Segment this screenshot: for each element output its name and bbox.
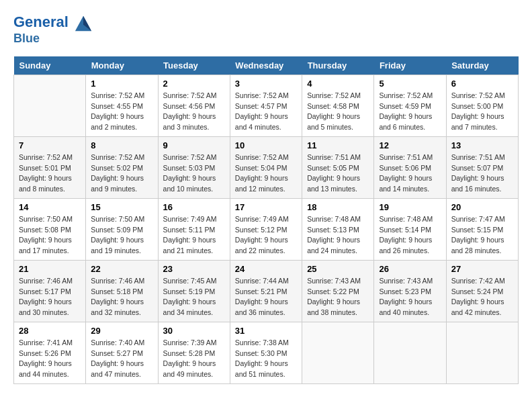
header-row: SundayMondayTuesdayWednesdayThursdayFrid… [14,56,519,75]
day-detail: Sunrise: 7:48 AMSunset: 5:14 PMDaylight:… [379,214,441,257]
calendar-cell: 7Sunrise: 7:52 AMSunset: 5:01 PMDaylight… [14,136,86,198]
day-number: 4 [307,79,369,89]
day-detail: Sunrise: 7:46 AMSunset: 5:18 PMDaylight:… [91,276,152,318]
day-number: 15 [91,202,152,212]
col-header-wednesday: Wednesday [230,56,302,75]
day-detail: Sunrise: 7:51 AMSunset: 5:07 PMDaylight:… [451,152,513,195]
calendar-cell: 18Sunrise: 7:48 AMSunset: 5:13 PMDayligh… [302,198,374,260]
day-number: 24 [235,264,297,274]
col-header-monday: Monday [86,56,158,75]
calendar-cell: 16Sunrise: 7:49 AMSunset: 5:11 PMDayligh… [158,198,230,260]
calendar-cell: 1Sunrise: 7:52 AMSunset: 4:55 PMDaylight… [86,75,158,136]
day-number: 21 [19,264,81,274]
calendar-cell: 25Sunrise: 7:43 AMSunset: 5:22 PMDayligh… [302,260,374,322]
col-header-thursday: Thursday [302,56,374,75]
day-number: 12 [379,140,441,150]
day-number: 23 [163,264,225,274]
day-number: 10 [235,140,297,150]
day-number: 6 [451,79,513,89]
calendar-cell: 21Sunrise: 7:46 AMSunset: 5:17 PMDayligh… [14,260,86,322]
calendar-cell [374,322,446,383]
day-detail: Sunrise: 7:49 AMSunset: 5:11 PMDaylight:… [163,214,225,257]
col-header-saturday: Saturday [446,56,518,75]
calendar-cell: 17Sunrise: 7:49 AMSunset: 5:12 PMDayligh… [230,198,302,260]
day-detail: Sunrise: 7:41 AMSunset: 5:26 PMDaylight:… [19,338,81,380]
calendar-cell: 9Sunrise: 7:52 AMSunset: 5:03 PMDaylight… [158,136,230,198]
day-number: 8 [91,140,152,150]
day-number: 20 [451,202,513,212]
calendar-cell: 3Sunrise: 7:52 AMSunset: 4:57 PMDaylight… [230,75,302,136]
calendar-cell: 29Sunrise: 7:40 AMSunset: 5:27 PMDayligh… [86,322,158,383]
day-number: 18 [307,202,369,212]
day-number: 26 [379,264,441,274]
day-detail: Sunrise: 7:52 AMSunset: 4:58 PMDaylight:… [307,91,369,133]
day-number: 31 [235,326,297,336]
day-number: 29 [91,326,152,336]
day-detail: Sunrise: 7:52 AMSunset: 5:02 PMDaylight:… [91,152,152,195]
day-detail: Sunrise: 7:51 AMSunset: 5:05 PMDaylight:… [307,152,369,195]
day-detail: Sunrise: 7:40 AMSunset: 5:27 PMDaylight:… [91,338,152,380]
day-number: 25 [307,264,369,274]
calendar-cell: 30Sunrise: 7:39 AMSunset: 5:28 PMDayligh… [158,322,230,383]
col-header-sunday: Sunday [14,56,86,75]
calendar-cell: 24Sunrise: 7:44 AMSunset: 5:21 PMDayligh… [230,260,302,322]
day-number: 28 [19,326,81,336]
calendar-cell [446,322,518,383]
day-detail: Sunrise: 7:52 AMSunset: 4:59 PMDaylight:… [379,91,441,133]
day-number: 5 [379,79,441,89]
day-detail: Sunrise: 7:43 AMSunset: 5:22 PMDaylight:… [307,276,369,318]
calendar-cell: 13Sunrise: 7:51 AMSunset: 5:07 PMDayligh… [446,136,518,198]
day-number: 11 [307,140,369,150]
week-row-4: 21Sunrise: 7:46 AMSunset: 5:17 PMDayligh… [14,260,519,322]
day-detail: Sunrise: 7:52 AMSunset: 5:03 PMDaylight:… [163,152,225,195]
calendar-cell: 15Sunrise: 7:50 AMSunset: 5:09 PMDayligh… [86,198,158,260]
day-detail: Sunrise: 7:48 AMSunset: 5:13 PMDaylight:… [307,214,369,257]
calendar-cell: 11Sunrise: 7:51 AMSunset: 5:05 PMDayligh… [302,136,374,198]
calendar-cell: 19Sunrise: 7:48 AMSunset: 5:14 PMDayligh… [374,198,446,260]
week-row-5: 28Sunrise: 7:41 AMSunset: 5:26 PMDayligh… [14,322,519,383]
calendar-cell: 26Sunrise: 7:43 AMSunset: 5:23 PMDayligh… [374,260,446,322]
calendar-cell: 2Sunrise: 7:52 AMSunset: 4:56 PMDaylight… [158,75,230,136]
col-header-tuesday: Tuesday [158,56,230,75]
calendar-cell: 10Sunrise: 7:52 AMSunset: 5:04 PMDayligh… [230,136,302,198]
day-detail: Sunrise: 7:52 AMSunset: 5:04 PMDaylight:… [235,152,297,195]
day-detail: Sunrise: 7:47 AMSunset: 5:15 PMDaylight:… [451,214,513,257]
day-number: 3 [235,79,297,89]
day-detail: Sunrise: 7:52 AMSunset: 5:00 PMDaylight:… [451,91,513,133]
calendar-cell: 31Sunrise: 7:38 AMSunset: 5:30 PMDayligh… [230,322,302,383]
calendar-cell: 27Sunrise: 7:42 AMSunset: 5:24 PMDayligh… [446,260,518,322]
day-number: 16 [163,202,225,212]
week-row-2: 7Sunrise: 7:52 AMSunset: 5:01 PMDaylight… [14,136,519,198]
day-detail: Sunrise: 7:39 AMSunset: 5:28 PMDaylight:… [163,338,225,380]
calendar-cell: 23Sunrise: 7:45 AMSunset: 5:19 PMDayligh… [158,260,230,322]
day-detail: Sunrise: 7:45 AMSunset: 5:19 PMDaylight:… [163,276,225,318]
logo: General Blue [13,13,93,46]
calendar-table: SundayMondayTuesdayWednesdayThursdayFrid… [13,56,519,384]
logo-text: General [13,13,93,32]
week-row-3: 14Sunrise: 7:50 AMSunset: 5:08 PMDayligh… [14,198,519,260]
day-number: 19 [379,202,441,212]
day-number: 7 [19,140,81,150]
day-number: 1 [91,79,152,89]
day-detail: Sunrise: 7:52 AMSunset: 4:56 PMDaylight:… [163,91,225,133]
day-number: 22 [91,264,152,274]
day-detail: Sunrise: 7:50 AMSunset: 5:08 PMDaylight:… [19,214,81,257]
day-number: 14 [19,202,81,212]
day-detail: Sunrise: 7:50 AMSunset: 5:09 PMDaylight:… [91,214,152,257]
day-detail: Sunrise: 7:44 AMSunset: 5:21 PMDaylight:… [235,276,297,318]
calendar-cell: 22Sunrise: 7:46 AMSunset: 5:18 PMDayligh… [86,260,158,322]
day-number: 30 [163,326,225,336]
calendar-cell: 20Sunrise: 7:47 AMSunset: 5:15 PMDayligh… [446,198,518,260]
col-header-friday: Friday [374,56,446,75]
calendar-cell: 5Sunrise: 7:52 AMSunset: 4:59 PMDaylight… [374,75,446,136]
day-number: 9 [163,140,225,150]
week-row-1: 1Sunrise: 7:52 AMSunset: 4:55 PMDaylight… [14,75,519,136]
day-number: 17 [235,202,297,212]
day-detail: Sunrise: 7:52 AMSunset: 5:01 PMDaylight:… [19,152,81,195]
day-number: 27 [451,264,513,274]
calendar-cell [302,322,374,383]
day-detail: Sunrise: 7:38 AMSunset: 5:30 PMDaylight:… [235,338,297,380]
logo-blue: Blue [13,32,93,46]
day-detail: Sunrise: 7:46 AMSunset: 5:17 PMDaylight:… [19,276,81,318]
calendar-cell: 14Sunrise: 7:50 AMSunset: 5:08 PMDayligh… [14,198,86,260]
